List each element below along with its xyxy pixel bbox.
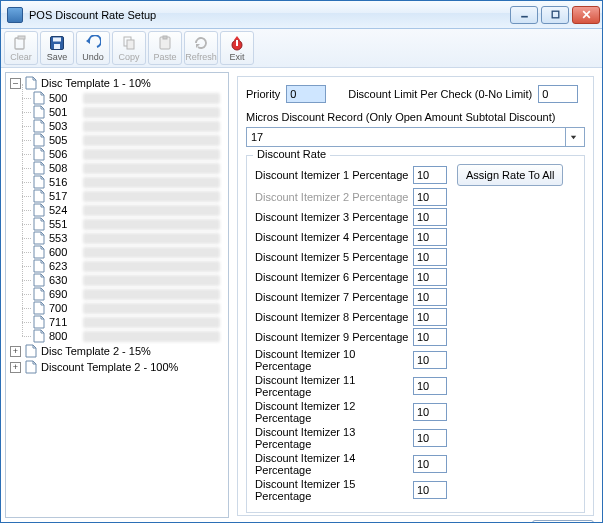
itemizer-input[interactable]: [413, 288, 447, 306]
tree-leaf-label-redacted: [83, 205, 220, 216]
refresh-button[interactable]: Refresh: [184, 31, 218, 65]
tree-leaf-label-redacted: [83, 135, 220, 146]
itemizer-row: Discount Itemizer 11 Percentage: [255, 374, 576, 398]
exit-label: Exit: [229, 53, 244, 62]
tree-root[interactable]: + Disc Template 2 - 15%: [8, 343, 226, 359]
tree-leaf[interactable]: 623: [22, 259, 226, 273]
paste-label: Paste: [153, 53, 176, 62]
itemizer-label: Discount Itemizer 15 Percentage: [255, 478, 413, 502]
itemizer-input[interactable]: [413, 403, 447, 421]
tree-leaf[interactable]: 508: [22, 161, 226, 175]
tree-leaf[interactable]: 551: [22, 217, 226, 231]
priority-label: Priority: [246, 88, 280, 100]
tree-leaf-number: 623: [49, 260, 79, 272]
undo-label: Undo: [82, 53, 104, 62]
assign-rate-button[interactable]: Assign Rate To All: [457, 164, 563, 186]
tree-leaf[interactable]: 800: [22, 329, 226, 343]
discount-tree[interactable]: – Disc Template 1 - 10% 5005015035055065…: [5, 72, 229, 518]
tree-leaf[interactable]: 600: [22, 245, 226, 259]
tree-leaf[interactable]: 553: [22, 231, 226, 245]
itemizer-input[interactable]: [413, 429, 447, 447]
itemizer-input[interactable]: [413, 268, 447, 286]
window-minimize-button[interactable]: [510, 6, 538, 24]
save-icon: [48, 34, 66, 52]
tree-leaf-label-redacted: [83, 177, 220, 188]
exit-icon: [228, 34, 246, 52]
tree-leaf[interactable]: 500: [22, 91, 226, 105]
refresh-icon: [192, 34, 210, 52]
itemizer-input[interactable]: [413, 188, 447, 206]
itemizer-input[interactable]: [413, 166, 447, 184]
itemizer-input[interactable]: [413, 208, 447, 226]
itemizer-input[interactable]: [413, 248, 447, 266]
record-select[interactable]: 17: [246, 127, 585, 147]
tree-leaf-label-redacted: [83, 331, 220, 342]
apply-button[interactable]: Apply: [532, 520, 594, 522]
priority-input[interactable]: [286, 85, 326, 103]
tree-leaf-label-redacted: [83, 219, 220, 230]
document-icon: [32, 133, 46, 147]
itemizer-row: Discount Itemizer 6 Percentage: [255, 268, 576, 286]
tree-root[interactable]: + Discount Template 2 - 100%: [8, 359, 226, 375]
itemizer-label: Discount Itemizer 11 Percentage: [255, 374, 413, 398]
svg-rect-8: [54, 44, 60, 49]
copy-button[interactable]: Copy: [112, 31, 146, 65]
itemizer-input[interactable]: [413, 351, 447, 369]
document-icon: [32, 315, 46, 329]
document-icon: [32, 329, 46, 343]
document-icon: [32, 259, 46, 273]
tree-leaf-label-redacted: [83, 247, 220, 258]
main-toolbar: Clear Save Undo Copy Paste Refresh Exit: [1, 29, 602, 68]
itemizer-input[interactable]: [413, 228, 447, 246]
tree-leaf[interactable]: 516: [22, 175, 226, 189]
tree-leaf[interactable]: 630: [22, 273, 226, 287]
window-maximize-button[interactable]: [541, 6, 569, 24]
exit-button[interactable]: Exit: [220, 31, 254, 65]
save-button[interactable]: Save: [40, 31, 74, 65]
itemizer-input[interactable]: [413, 308, 447, 326]
limit-input[interactable]: [538, 85, 578, 103]
tree-leaf-number: 503: [49, 120, 79, 132]
paste-button[interactable]: Paste: [148, 31, 182, 65]
tree-leaf[interactable]: 517: [22, 189, 226, 203]
tree-leaf[interactable]: 690: [22, 287, 226, 301]
tree-collapse-icon[interactable]: –: [10, 78, 21, 89]
paste-icon: [156, 34, 174, 52]
itemizer-input[interactable]: [413, 328, 447, 346]
itemizer-row: Discount Itemizer 7 Percentage: [255, 288, 576, 306]
tree-leaf[interactable]: 524: [22, 203, 226, 217]
tree-expand-icon[interactable]: +: [10, 346, 21, 357]
discount-panel: Priority Discount Limit Per Check (0-No …: [237, 76, 594, 516]
svg-rect-1: [552, 11, 559, 18]
tree-leaf-label-redacted: [83, 289, 220, 300]
tree-leaf-number: 506: [49, 148, 79, 160]
itemizer-input[interactable]: [413, 481, 447, 499]
limit-label: Discount Limit Per Check (0-No Limit): [348, 88, 532, 100]
window-close-button[interactable]: [572, 6, 600, 24]
itemizer-label: Discount Itemizer 14 Percentage: [255, 452, 413, 476]
tree-leaf[interactable]: 700: [22, 301, 226, 315]
tree-leaf[interactable]: 506: [22, 147, 226, 161]
document-icon: [32, 119, 46, 133]
svg-rect-5: [18, 36, 25, 39]
tree-leaf-label-redacted: [83, 261, 220, 272]
tree-leaf-number: 553: [49, 232, 79, 244]
refresh-label: Refresh: [185, 53, 217, 62]
itemizer-label: Discount Itemizer 1 Percentage: [255, 169, 413, 181]
itemizer-input[interactable]: [413, 455, 447, 473]
itemizer-row: Discount Itemizer 10 Percentage: [255, 348, 576, 372]
tree-leaf[interactable]: 501: [22, 105, 226, 119]
itemizer-row: Discount Itemizer 14 Percentage: [255, 452, 576, 476]
tree-leaf[interactable]: 505: [22, 133, 226, 147]
clear-button[interactable]: Clear: [4, 31, 38, 65]
tree-leaf-label-redacted: [83, 303, 220, 314]
itemizer-input[interactable]: [413, 377, 447, 395]
group-legend: Discount Rate: [253, 148, 330, 160]
tree-leaf[interactable]: 503: [22, 119, 226, 133]
undo-button[interactable]: Undo: [76, 31, 110, 65]
tree-leaf[interactable]: 711: [22, 315, 226, 329]
tree-root[interactable]: – Disc Template 1 - 10%: [8, 75, 226, 91]
tree-expand-icon[interactable]: +: [10, 362, 21, 373]
svg-rect-7: [53, 38, 61, 42]
itemizer-row: Discount Itemizer 2 Percentage: [255, 188, 576, 206]
